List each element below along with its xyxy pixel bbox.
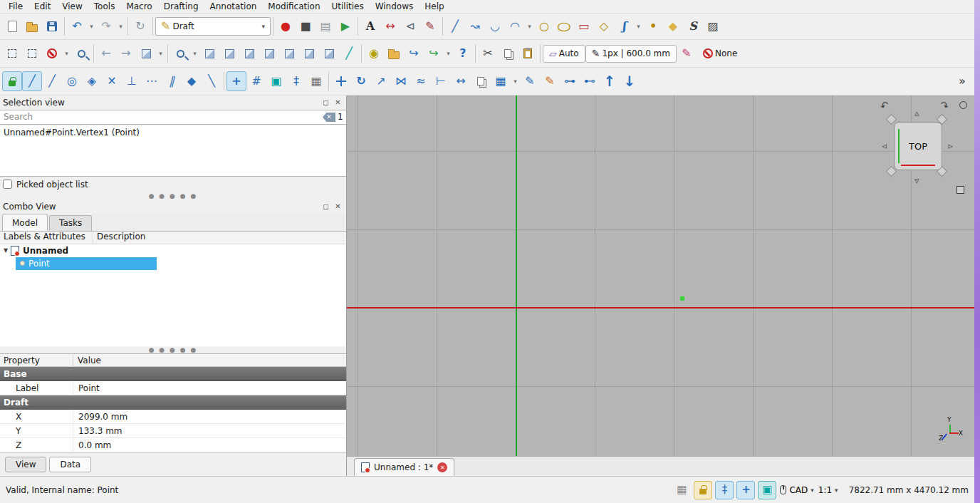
menu-help[interactable]: Help	[419, 1, 449, 12]
navigation-cube[interactable]: ↶ ↷ ▵ ▿ ◃ ▹ TOP	[870, 98, 967, 198]
view-isometric-more-button[interactable]: ▾	[156, 43, 165, 63]
draft-clone-button[interactable]	[471, 71, 491, 91]
make-link-button[interactable]: ◉	[364, 43, 384, 63]
draft-downgrade-button[interactable]: ↓	[620, 71, 640, 91]
toggle-selectability-button[interactable]	[42, 43, 62, 63]
3d-canvas[interactable]: ↶ ↷ ▵ ▿ ◃ ▹ TOP	[347, 95, 974, 456]
draft-arc-button[interactable]: ◠	[505, 16, 525, 36]
navcube-top-face[interactable]: TOP	[894, 122, 942, 170]
snap-near-button[interactable]: ╲	[202, 71, 221, 91]
tab-data[interactable]: Data	[49, 457, 91, 472]
macro-stop-button[interactable]: ■	[296, 16, 316, 36]
value-col-header[interactable]: Value	[73, 354, 346, 366]
draft-ellipse-button[interactable]: ○	[554, 16, 574, 36]
copy-button[interactable]	[498, 43, 518, 63]
snap-extension-button[interactable]: ⋯	[142, 71, 162, 91]
draft-trimex-button[interactable]: ⊢	[431, 71, 451, 91]
property-col-header[interactable]: Property	[0, 354, 73, 366]
navcube-up-arrow[interactable]: ▵	[914, 108, 919, 118]
selection-list-item[interactable]: Unnamed#Point.Vertex1 (Point)	[4, 128, 343, 138]
toolbar-overflow-button[interactable]: »	[952, 71, 972, 91]
draft-arc-more-button[interactable]: ▾	[525, 16, 534, 36]
snap-center-button[interactable]: ◎	[62, 71, 82, 91]
dock-splitter[interactable]: ● ● ● ● ●	[0, 192, 346, 199]
status-toggle-grid-button[interactable]: ▦	[672, 481, 691, 499]
menu-windows[interactable]: Windows	[370, 1, 419, 12]
whats-this-button[interactable]: ?	[453, 43, 473, 63]
draft-upgrade-button[interactable]: ↑	[600, 71, 620, 91]
property-value-x[interactable]: 2099.0 mm	[73, 410, 346, 423]
draft-label-button[interactable]: ⊲	[400, 16, 420, 36]
draft-point-vertex[interactable]	[680, 296, 684, 301]
tab-view[interactable]: View	[5, 457, 46, 472]
draft-bezier-more-button[interactable]: ▾	[634, 16, 643, 36]
tab-tasks[interactable]: Tasks	[49, 215, 92, 231]
navcube-left-arrow[interactable]: ◃	[882, 141, 887, 150]
menu-drafting[interactable]: Drafting	[158, 1, 204, 12]
tab-model[interactable]: Model	[2, 214, 48, 231]
clear-search-icon[interactable]: ✕	[323, 113, 335, 122]
document-tab[interactable]: Unnamed : 1* ✕	[354, 458, 454, 476]
make-link-group-button[interactable]	[384, 43, 404, 63]
property-value-z[interactable]: 0.0 mm	[73, 438, 346, 452]
draft-mirror-button[interactable]: ⋈	[391, 71, 411, 91]
draft-move-button[interactable]	[331, 71, 351, 91]
snap-endpoint-button[interactable]: ╱	[22, 71, 42, 91]
snap-working-plane-button[interactable]: ▣	[266, 71, 286, 91]
draft-line-button[interactable]: ╱	[445, 16, 465, 36]
save-file-button[interactable]	[42, 16, 62, 36]
menu-annotation[interactable]: Annotation	[204, 1, 263, 12]
draft-array-button[interactable]: ▦	[491, 71, 511, 91]
zoom-level-selector[interactable]: 1:1 ▾	[818, 481, 839, 499]
navcube-minicube-icon[interactable]	[956, 186, 964, 194]
picked-object-list-checkbox[interactable]	[3, 180, 12, 189]
menu-modification[interactable]: Modification	[262, 1, 325, 12]
navcube-rotate-ccw-icon[interactable]: ↶	[878, 98, 890, 112]
view-bottom-button[interactable]	[299, 43, 319, 63]
undo-more-button[interactable]: ▾	[87, 16, 96, 36]
combo-view-float-icon[interactable]: ◻	[320, 201, 331, 212]
draft-rotate-button[interactable]: ↻	[351, 71, 371, 91]
property-group-base[interactable]: Base	[0, 367, 346, 381]
view-home-button[interactable]	[199, 43, 219, 63]
menu-utilities[interactable]: Utilities	[326, 1, 370, 12]
redo-button[interactable]: ↷	[96, 16, 116, 36]
draft-subelement-highlight-button[interactable]: ✎	[540, 71, 560, 91]
view-rear-button[interactable]	[279, 43, 299, 63]
snap-ortho-button[interactable]: +	[226, 71, 246, 91]
search-input[interactable]	[0, 110, 320, 124]
select-visible-button[interactable]	[71, 43, 91, 63]
macro-record-button[interactable]: ●	[276, 16, 296, 36]
selection-view-float-icon[interactable]: ◻	[320, 97, 331, 108]
draft-stretch-button[interactable]: ↔	[451, 71, 471, 91]
menu-edit[interactable]: Edit	[28, 1, 56, 12]
snap-parallel-button[interactable]: ∥	[162, 71, 182, 91]
draft-offset-button[interactable]: ≈	[411, 71, 431, 91]
open-file-button[interactable]	[22, 16, 42, 36]
box-element-selection-button[interactable]	[22, 43, 42, 63]
tree-expand-icon[interactable]: ▼	[4, 247, 11, 254]
property-group-draft[interactable]: Draft	[0, 395, 346, 410]
draft-scale-button[interactable]: ↗	[371, 71, 391, 91]
draft-circle-button[interactable]: ○	[534, 16, 554, 36]
draft-array-more-button[interactable]: ▾	[511, 71, 520, 91]
property-value-y[interactable]: 133.3 mm	[73, 424, 346, 437]
combo-view-close-icon[interactable]: ✕	[333, 201, 343, 212]
nav-back-button[interactable]: ←	[96, 43, 116, 63]
snap-perpendicular-button[interactable]: ⊥	[122, 71, 142, 91]
tree-point-selected-row[interactable]: Point	[16, 257, 157, 270]
navcube-rotate-cw-icon[interactable]: ↷	[938, 98, 950, 112]
draft-point-button[interactable]: •	[643, 16, 663, 36]
snap-lock-button[interactable]	[2, 71, 22, 91]
status-snap-ortho-button[interactable]: +	[736, 481, 755, 499]
snap-midpoint-button[interactable]: ╱	[42, 71, 62, 91]
menu-macro[interactable]: Macro	[120, 1, 157, 12]
toggle-grid-button[interactable]: ▦	[306, 71, 326, 91]
draft-annotation-style-button[interactable]: ✎	[420, 16, 440, 36]
view-fit-all-button[interactable]	[170, 43, 190, 63]
macro-execute-button[interactable]: ▶	[335, 16, 355, 36]
link-import-all-button[interactable]: ↪	[424, 43, 444, 63]
draft-bspline-button[interactable]: ʃ	[614, 16, 634, 36]
draft-shapestring-button[interactable]: S	[683, 16, 703, 36]
view-isometric-button[interactable]	[136, 43, 156, 63]
